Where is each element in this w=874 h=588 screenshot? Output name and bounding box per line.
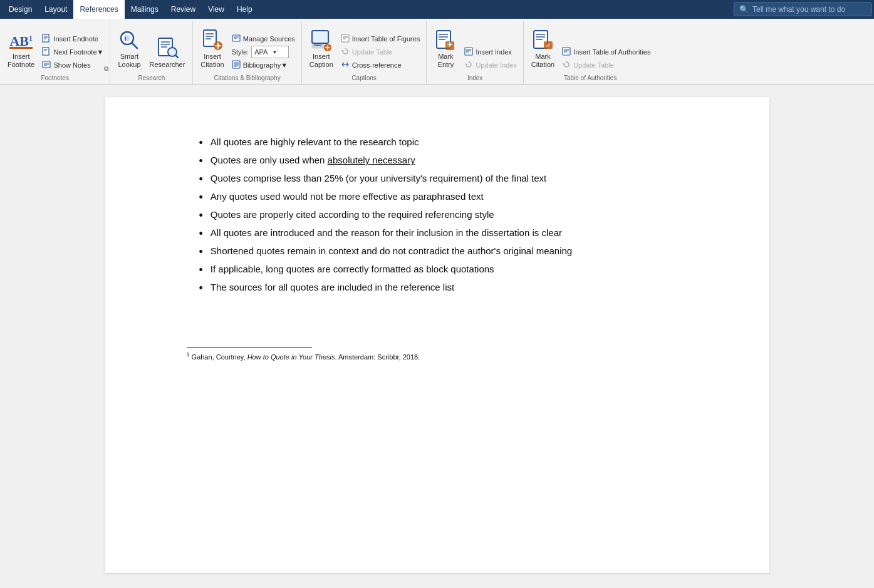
insert-citation-button[interactable]: InsertCitation	[197, 26, 227, 71]
menu-references[interactable]: References	[73, 0, 124, 19]
mark-citation-label: MarkCitation	[531, 53, 554, 69]
insert-table-of-authorities-button[interactable]: Insert Table of Authorities	[559, 46, 653, 58]
insert-table-of-figures-button[interactable]: Insert Table of Figures	[338, 33, 423, 45]
list-item: All quotes are highly relevant to the re…	[187, 135, 707, 152]
smart-lookup-button[interactable]: i SmartLookup	[114, 26, 144, 71]
menu-layout[interactable]: Layout	[38, 0, 73, 19]
document-area: All quotes are highly relevant to the re…	[0, 85, 874, 585]
update-index-icon	[464, 60, 473, 71]
insert-table-of-figures-label: Insert Table of Figures	[352, 35, 420, 43]
next-footnote-label: Next Footnote	[53, 48, 96, 56]
bibliography-button[interactable]: Bibliography ▼	[229, 59, 298, 71]
insert-table-of-auth-icon	[562, 47, 571, 58]
insert-endnote-button[interactable]: Insert Endnote	[39, 33, 106, 45]
update-table-auth-icon	[562, 60, 571, 71]
ribbon-group-index: MarkEntry Insert Index Update Index I	[427, 21, 523, 84]
bullet-list: All quotes are highly relevant to the re…	[187, 135, 707, 297]
list-item: Quotes are only used when absolutely nec…	[187, 153, 707, 170]
insert-endnote-icon	[42, 34, 51, 44]
document-page[interactable]: All quotes are highly relevant to the re…	[105, 97, 769, 573]
list-item: Shortened quotes remain in context and d…	[187, 244, 707, 260]
researcher-icon	[156, 34, 179, 59]
menu-mailings[interactable]: Mailings	[125, 0, 165, 19]
svg-line-13	[132, 43, 137, 48]
smart-lookup-icon: i	[118, 29, 140, 51]
show-notes-icon	[42, 60, 51, 71]
index-small-buttons: Insert Index Update Index	[462, 26, 519, 71]
update-index-label: Update Index	[476, 61, 516, 69]
footnote-text: 1 Gahan, Courtney, How to Quote in Your …	[187, 351, 707, 361]
style-selector[interactable]: Style: APA ▼	[229, 46, 298, 58]
show-notes-button[interactable]: Show Notes	[39, 59, 106, 71]
mark-entry-button[interactable]: MarkEntry	[430, 26, 460, 71]
mark-citation-button[interactable]: ✓ MarkCitation	[528, 26, 558, 71]
insert-citation-icon	[201, 29, 224, 51]
list-item: Quotes comprise less than 25% (or your u…	[187, 171, 707, 188]
citations-small-buttons: Manage Sources Style: APA ▼ Bibliography…	[229, 26, 298, 71]
captions-group-label: Captions	[306, 73, 423, 81]
menu-review[interactable]: Review	[165, 0, 202, 19]
list-item: The sources for all quotes are included …	[187, 280, 707, 297]
insert-table-of-figures-icon	[341, 34, 350, 44]
index-group-label: Index	[430, 73, 519, 81]
svg-rect-31	[232, 61, 240, 68]
svg-rect-4	[43, 48, 49, 55]
footnotes-expand-icon[interactable]: ⧉	[104, 65, 108, 73]
smart-lookup-label: SmartLookup	[118, 53, 140, 69]
menu-design[interactable]: Design	[3, 0, 38, 19]
search-placeholder: Tell me what you want to do	[752, 5, 845, 14]
next-footnote-button[interactable]: Next Footnote ▼	[39, 46, 106, 58]
insert-caption-button[interactable]: InsertCaption	[306, 26, 337, 71]
table-of-auth-group-label: Table of Authorities	[528, 73, 653, 81]
footnote-small-buttons: Insert Endnote Next Footnote ▼ Show Note…	[39, 26, 106, 71]
bibliography-arrow: ▼	[281, 61, 288, 69]
manage-sources-icon	[232, 34, 241, 44]
update-table-auth-button: Update Table	[559, 59, 653, 71]
menu-view[interactable]: View	[202, 0, 231, 19]
ribbon-group-research: i SmartLookup Researcher	[110, 21, 193, 84]
mark-entry-icon	[434, 29, 457, 51]
insert-footnote-icon: AB1	[9, 29, 33, 51]
style-dropdown[interactable]: APA ▼	[251, 46, 289, 58]
insert-footnote-label: InsertFootnote	[8, 53, 34, 69]
researcher-button[interactable]: Researcher	[146, 26, 189, 71]
svg-text:i: i	[125, 35, 127, 42]
table-of-auth-small-buttons: Insert Table of Authorities Update Table	[559, 26, 653, 71]
underline-text: absolutely necessary	[328, 155, 415, 165]
footnotes-group-label: Footnotes	[4, 73, 106, 81]
menu-help[interactable]: Help	[231, 0, 259, 19]
list-item: All quotes are introduced and the reason…	[187, 225, 707, 242]
mark-citation-icon: ✓	[531, 29, 554, 51]
table-of-auth-content: ✓ MarkCitation Insert Table of Authoriti…	[528, 21, 653, 71]
insert-caption-label: InsertCaption	[310, 53, 333, 69]
captions-small-buttons: Insert Table of Figures Update Table Cro…	[338, 26, 423, 71]
show-notes-label: Show Notes	[53, 61, 90, 69]
ribbon-group-captions: InsertCaption Insert Table of Figures Up…	[302, 21, 427, 84]
ribbon-group-footnotes: AB1 InsertFootnote Insert Endnote	[0, 21, 110, 84]
insert-table-of-auth-label: Insert Table of Authorities	[573, 48, 650, 56]
ribbon-group-citations: InsertCitation Manage Sources Style: APA…	[193, 21, 301, 84]
cross-reference-button[interactable]: Cross-reference	[338, 59, 423, 71]
footnote-divider	[187, 347, 312, 348]
search-icon: 🔍	[739, 5, 749, 14]
insert-footnote-button[interactable]: AB1 InsertFootnote	[4, 26, 38, 71]
manage-sources-button[interactable]: Manage Sources	[229, 33, 298, 45]
menu-bar: Design Layout References Mailings Review…	[0, 0, 874, 19]
research-content: i SmartLookup Researcher	[114, 21, 189, 71]
index-content: MarkEntry Insert Index Update Index	[430, 21, 519, 71]
citations-content: InsertCitation Manage Sources Style: APA…	[197, 21, 297, 71]
svg-rect-64	[563, 48, 570, 55]
search-bar[interactable]: 🔍 Tell me what you want to do	[734, 3, 871, 16]
style-label: Style:	[232, 48, 249, 56]
insert-index-button[interactable]: Insert Index	[462, 46, 519, 58]
svg-rect-36	[312, 31, 328, 43]
svg-rect-42	[341, 34, 349, 42]
mark-entry-label: MarkEntry	[438, 53, 454, 69]
footnotes-content: AB1 InsertFootnote Insert Endnote	[4, 21, 106, 71]
style-dropdown-arrow: ▼	[272, 49, 277, 55]
insert-caption-icon	[310, 29, 333, 51]
insert-index-icon	[464, 47, 473, 58]
research-group-label: Research	[114, 73, 189, 81]
update-table-captions-button: Update Table	[338, 46, 423, 58]
insert-citation-label: InsertCitation	[200, 53, 224, 69]
